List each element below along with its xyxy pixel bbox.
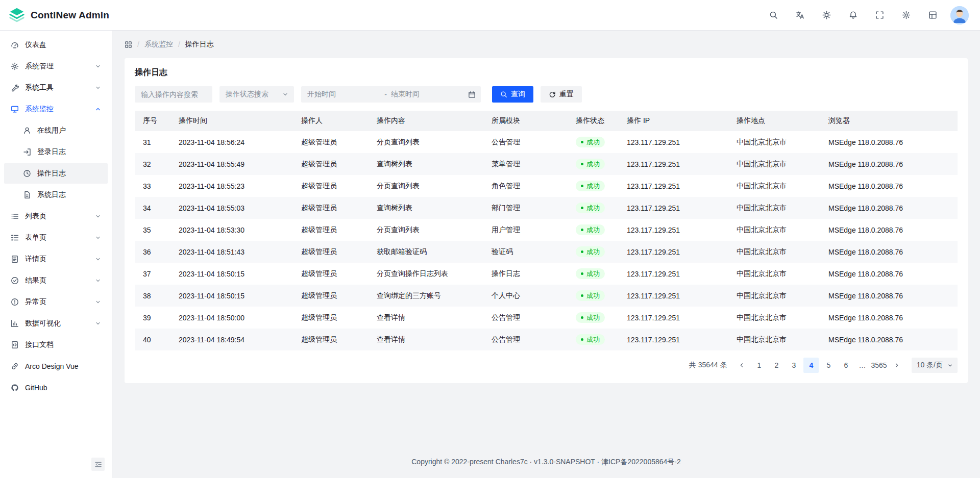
app-logo[interactable]: ContiNew Admin <box>8 7 109 24</box>
cell-content: 查看详情 <box>369 329 483 350</box>
status-badge: 成功 <box>576 312 605 323</box>
reset-button[interactable]: 重置 <box>541 86 582 103</box>
breadcrumb-separator: / <box>137 40 139 48</box>
settings-button[interactable] <box>897 7 915 24</box>
cell-status: 成功 <box>568 131 619 153</box>
page-button-4-active[interactable]: 4 <box>803 358 819 373</box>
fullscreen-icon <box>875 11 884 19</box>
chevron-down-icon <box>94 234 102 241</box>
translate-button[interactable] <box>791 7 808 24</box>
cell-ip: 123.117.129.251 <box>619 197 728 219</box>
search-icon <box>500 91 507 98</box>
cell-content: 查看详情 <box>369 307 483 329</box>
cell-status: 成功 <box>568 263 619 285</box>
sidebar-item-online-users[interactable]: 在线用户 <box>4 120 108 141</box>
table-row: 38 2023-11-04 18:50:15 超级管理员 查询绑定的三方账号 个… <box>135 285 958 307</box>
theme-toggle-button[interactable] <box>818 7 835 24</box>
next-page-button[interactable] <box>889 358 904 373</box>
chevron-down-icon <box>94 298 102 306</box>
page-button-3[interactable]: 3 <box>786 358 801 373</box>
cell-browser: MSEdge 118.0.2088.76 <box>820 307 958 329</box>
cell-location: 中国北京北京市 <box>728 263 820 285</box>
sidebar-item-login-log[interactable]: 登录日志 <box>4 142 108 162</box>
sidebar-item-operation-log[interactable]: 操作日志 <box>4 163 108 184</box>
sidebar-item-detail-page[interactable]: 详情页 <box>4 249 108 269</box>
cell-operator: 超级管理员 <box>293 219 369 241</box>
cell-status: 成功 <box>568 197 619 219</box>
status-select[interactable]: 操作状态搜索 <box>219 86 294 103</box>
sidebar-item-dashboard[interactable]: 仪表盘 <box>4 35 108 55</box>
sidebar-item-system-tools[interactable]: 系统工具 <box>4 78 108 98</box>
sidebar-item-data-visualization[interactable]: 数据可视化 <box>4 313 108 334</box>
content-search-input[interactable] <box>135 86 212 103</box>
table-row: 37 2023-11-04 18:50:15 超级管理员 分页查询操作日志列表 … <box>135 263 958 285</box>
sidebar-item-arco-design[interactable]: Arco Design Vue <box>4 356 108 376</box>
status-badge: 成功 <box>576 159 605 169</box>
page-size-select[interactable]: 10 条/页 <box>912 358 958 373</box>
sidebar-item-system-management[interactable]: 系统管理 <box>4 56 108 77</box>
app-title: ContiNew Admin <box>31 10 109 21</box>
cell-ip: 123.117.129.251 <box>619 131 728 153</box>
sidebar-item-list-page[interactable]: 列表页 <box>4 206 108 227</box>
cell-time: 2023-11-04 18:55:03 <box>170 197 293 219</box>
sidebar-item-system-monitor[interactable]: 系统监控 <box>4 99 108 119</box>
cell-module: 个人中心 <box>483 285 568 307</box>
pagination-ellipsis[interactable]: … <box>855 361 869 369</box>
search-button-header[interactable] <box>765 7 782 24</box>
page-button-1[interactable]: 1 <box>751 358 767 373</box>
cell-browser: MSEdge 118.0.2088.76 <box>820 285 958 307</box>
fullscreen-button[interactable] <box>871 7 888 24</box>
status-select-placeholder: 操作状态搜索 <box>226 90 268 99</box>
chevron-up-icon <box>94 106 102 113</box>
sidebar-item-result-page[interactable]: 结果页 <box>4 270 108 291</box>
sidebar-item-form-page[interactable]: 表单页 <box>4 228 108 248</box>
chevron-down-icon <box>94 320 102 327</box>
cell-location: 中国北京北京市 <box>728 175 820 197</box>
collapse-sidebar-button[interactable] <box>91 458 105 471</box>
pagination-total: 共 35644 条 <box>689 361 727 370</box>
top-header: ContiNew Admin <box>0 0 980 31</box>
notifications-button[interactable] <box>844 7 862 24</box>
date-range-picker[interactable]: 开始时间 - 结束时间 <box>301 86 481 103</box>
user-avatar[interactable] <box>950 6 969 24</box>
sidebar-item-exception-page[interactable]: 异常页 <box>4 292 108 312</box>
layout-button[interactable] <box>924 7 941 24</box>
status-badge: 成功 <box>576 246 605 257</box>
cell-location: 中国北京北京市 <box>728 131 820 153</box>
page-button-2[interactable]: 2 <box>769 358 784 373</box>
sidebar-item-api-doc[interactable]: 接口文档 <box>4 335 108 355</box>
cell-ip: 123.117.129.251 <box>619 219 728 241</box>
cell-location: 中国北京北京市 <box>728 329 820 350</box>
sidebar: 仪表盘 系统管理 系统工具 系统监控 在线用户 <box>0 31 112 478</box>
table-row: 36 2023-11-04 18:51:43 超级管理员 获取邮箱验证码 验证码… <box>135 241 958 263</box>
cell-operator: 超级管理员 <box>293 329 369 350</box>
user-icon <box>22 127 31 135</box>
file-log-icon <box>22 191 31 199</box>
sidebar-item-system-log[interactable]: 系统日志 <box>4 185 108 205</box>
status-dot-icon <box>581 272 583 275</box>
cell-time: 2023-11-04 18:55:23 <box>170 175 293 197</box>
chevron-down-icon <box>94 256 102 263</box>
menu-fold-icon <box>94 461 102 468</box>
document-icon <box>10 255 19 264</box>
cell-status: 成功 <box>568 285 619 307</box>
chevron-right-icon <box>893 362 900 369</box>
chevron-down-icon <box>94 84 102 91</box>
page-button-6[interactable]: 6 <box>838 358 853 373</box>
cell-operator: 超级管理员 <box>293 285 369 307</box>
prev-page-button[interactable] <box>734 358 749 373</box>
cell-status: 成功 <box>568 241 619 263</box>
cell-module: 菜单管理 <box>483 153 568 175</box>
filter-bar: 操作状态搜索 开始时间 - 结束时间 查询 <box>135 86 958 103</box>
apps-icon[interactable] <box>125 41 132 48</box>
cell-module: 公告管理 <box>483 329 568 350</box>
breadcrumb-section[interactable]: 系统监控 <box>144 40 173 49</box>
page-button-last[interactable]: 3565 <box>871 358 887 373</box>
cell-module: 公告管理 <box>483 131 568 153</box>
search-button[interactable]: 查询 <box>492 86 533 103</box>
sidebar-item-github[interactable]: GitHub <box>4 378 108 398</box>
table-row: 34 2023-11-04 18:55:03 超级管理员 查询树列表 部门管理 … <box>135 197 958 219</box>
table-body: 31 2023-11-04 18:56:24 超级管理员 分页查询列表 公告管理… <box>135 131 958 350</box>
page-button-5[interactable]: 5 <box>821 358 836 373</box>
chevron-down-icon <box>947 362 953 369</box>
